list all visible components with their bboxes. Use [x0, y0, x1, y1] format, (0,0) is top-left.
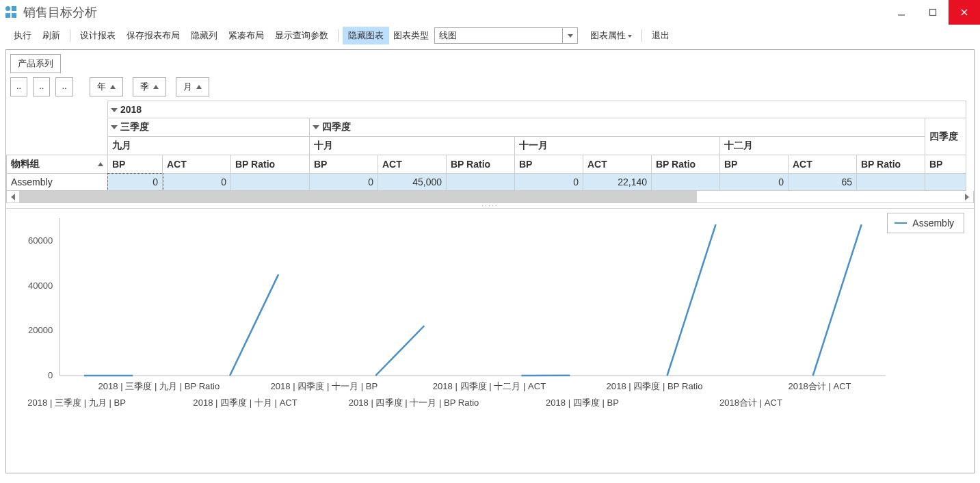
nov-header[interactable]: 十一月	[515, 137, 720, 155]
svg-text:60000: 60000	[28, 235, 53, 246]
app-icon	[5, 6, 18, 18]
cell[interactable]	[652, 174, 720, 191]
scrollbar-track[interactable]	[19, 191, 961, 203]
col-bp[interactable]: BP	[720, 155, 789, 174]
svg-rect-1	[930, 10, 936, 16]
col-bp-ratio[interactable]: BP Ratio	[231, 155, 310, 174]
collapse-chip-1[interactable]: ..	[10, 77, 27, 96]
svg-text:2018合计 | ACT: 2018合计 | ACT	[719, 397, 782, 408]
pivot-table: 2018 三季度 四季度 四季度 九月 十月 十一月 十二月 物料组 BP AC…	[6, 101, 966, 191]
dropdown-icon	[562, 28, 577, 43]
col-act[interactable]: ACT	[583, 155, 652, 174]
chart-type-value: 线图	[439, 29, 457, 42]
maximize-button[interactable]	[917, 0, 949, 25]
sort-asc-icon	[98, 162, 103, 166]
col-act[interactable]: ACT	[378, 155, 447, 174]
table-row[interactable]: Assembly 0 0 0 45,000 0 22,140 0 65	[7, 174, 966, 191]
cell[interactable]: 45,000	[378, 174, 447, 191]
svg-text:2018 | 四季度 | 十一月 | BP: 2018 | 四季度 | 十一月 | BP	[271, 381, 378, 391]
col-bp[interactable]: BP	[310, 155, 378, 174]
chart-legend: Assembly	[887, 213, 964, 233]
collapse-chip-2[interactable]: ..	[33, 77, 50, 96]
close-button[interactable]	[949, 0, 980, 25]
title-bar: 销售目标分析	[0, 0, 980, 25]
col-bp[interactable]: BP	[925, 155, 966, 174]
dec-header[interactable]: 十二月	[720, 137, 925, 155]
q4-total-header[interactable]: 四季度	[925, 118, 966, 155]
scroll-left-button[interactable]	[7, 191, 19, 203]
year-dimension[interactable]: 年	[90, 77, 123, 96]
cell[interactable]	[447, 174, 515, 191]
chart-properties-button[interactable]: 图表属性	[585, 27, 637, 44]
svg-text:2018 | 三季度 | 九月 | BP: 2018 | 三季度 | 九月 | BP	[27, 397, 126, 408]
collapse-chip-3[interactable]: ..	[55, 77, 72, 96]
svg-text:0: 0	[48, 370, 53, 380]
col-bp-ratio[interactable]: BP Ratio	[447, 155, 515, 174]
year-header[interactable]: 2018	[108, 101, 966, 118]
col-bp[interactable]: BP	[515, 155, 583, 174]
col-act[interactable]: ACT	[163, 155, 231, 174]
quarter-dimension[interactable]: 季	[133, 77, 166, 96]
toolbar: 执行 刷新 设计报表 保存报表布局 隐藏列 紧凑布局 显示查询参数 隐藏图表 图…	[0, 25, 980, 47]
show-query-params-button[interactable]: 显示查询参数	[269, 27, 334, 44]
col-act[interactable]: ACT	[789, 155, 857, 174]
separator	[338, 29, 339, 42]
row-label: Assembly	[7, 174, 108, 191]
sep-header[interactable]: 九月	[108, 137, 310, 155]
cell[interactable]: 65	[789, 174, 857, 191]
svg-text:2018 | 四季度 | BP Ratio: 2018 | 四季度 | BP Ratio	[607, 381, 703, 391]
col-bp[interactable]: BP	[108, 155, 163, 174]
svg-text:2018合计 | ACT: 2018合计 | ACT	[789, 381, 851, 391]
cell[interactable]	[231, 174, 310, 191]
pivot-table-wrapper: 2018 三季度 四季度 四季度 九月 十月 十一月 十二月 物料组 BP AC…	[6, 101, 974, 191]
chart-type-select[interactable]: 线图	[434, 27, 578, 44]
chart-type-label: 图表类型	[389, 27, 433, 44]
separator	[641, 29, 642, 42]
oct-header[interactable]: 十月	[310, 137, 515, 155]
col-bp-ratio[interactable]: BP Ratio	[857, 155, 925, 174]
svg-text:40000: 40000	[28, 280, 53, 291]
filter-row: 产品系列	[6, 50, 974, 73]
svg-text:2018 | 四季度 | 十月 | ACT: 2018 | 四季度 | 十月 | ACT	[193, 397, 297, 408]
separator	[70, 29, 70, 42]
line-chart: 02000040000600002018 | 三季度 | 九月 | BP Rat…	[12, 211, 968, 417]
window-title: 销售目标分析	[23, 4, 97, 21]
svg-text:2018 | 四季度 | 十二月 | ACT: 2018 | 四季度 | 十二月 | ACT	[433, 381, 546, 391]
save-layout-button[interactable]: 保存报表布局	[121, 27, 185, 44]
cell[interactable]: 0	[108, 174, 163, 191]
scroll-right-button[interactable]	[961, 191, 973, 203]
month-dimension[interactable]: 月	[176, 77, 209, 96]
sort-asc-icon	[196, 85, 202, 89]
horizontal-scrollbar[interactable]	[6, 191, 974, 203]
cell[interactable]: 22,140	[583, 174, 652, 191]
refresh-button[interactable]: 刷新	[37, 27, 66, 44]
cell[interactable]	[925, 174, 966, 191]
col-bp-ratio[interactable]: BP Ratio	[652, 155, 720, 174]
hide-column-button[interactable]: 隐藏列	[185, 27, 223, 44]
svg-text:2018 | 四季度 | BP: 2018 | 四季度 | BP	[546, 397, 619, 408]
dimension-row: .. .. .. 年 季 月	[6, 73, 974, 101]
exit-button[interactable]: 退出	[646, 27, 675, 44]
hide-chart-button[interactable]: 隐藏图表	[343, 27, 389, 44]
q4-header[interactable]: 四季度	[310, 118, 925, 137]
expand-icon	[111, 108, 118, 112]
product-series-filter[interactable]: 产品系列	[10, 54, 61, 73]
svg-text:2018 | 三季度 | 九月 | BP Ratio: 2018 | 三季度 | 九月 | BP Ratio	[98, 381, 220, 391]
cell[interactable]: 0	[720, 174, 789, 191]
cell[interactable]: 0	[515, 174, 583, 191]
material-group-header[interactable]: 物料组	[7, 155, 108, 174]
q3-header[interactable]: 三季度	[108, 118, 310, 137]
splitter[interactable]: ·····	[6, 203, 974, 209]
main-panel: 产品系列 .. .. .. 年 季 月 2018 三季度 四季度 四季度	[5, 49, 975, 473]
execute-button[interactable]: 执行	[8, 27, 37, 44]
sort-asc-icon	[153, 85, 159, 89]
sort-asc-icon	[110, 85, 116, 89]
svg-text:2018 | 四季度 | 十一月 | BP Ratio: 2018 | 四季度 | 十一月 | BP Ratio	[349, 397, 479, 408]
minimize-button[interactable]	[886, 0, 917, 25]
compact-layout-button[interactable]: 紧凑布局	[223, 27, 269, 44]
scrollbar-thumb[interactable]	[19, 191, 697, 203]
design-report-button[interactable]: 设计报表	[75, 27, 121, 44]
cell[interactable]	[857, 174, 925, 191]
cell[interactable]: 0	[310, 174, 378, 191]
cell[interactable]: 0	[163, 174, 231, 191]
